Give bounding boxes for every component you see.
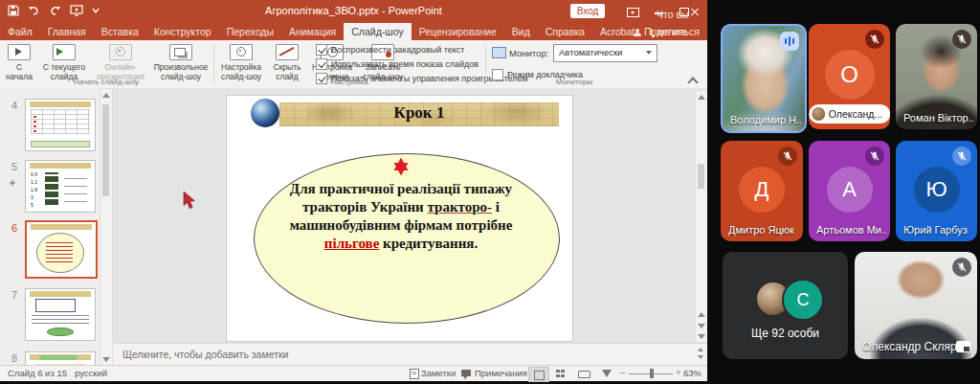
slide-thumbnail-6-selected[interactable] xyxy=(25,220,98,279)
tab-design[interactable]: Конструктор xyxy=(146,23,219,40)
collapse-ribbon-button[interactable] xyxy=(688,77,698,84)
group-label-start-slideshow: Начать слайд-шоу xyxy=(2,78,211,86)
slide-thumbnail-7[interactable] xyxy=(25,288,96,341)
participant-tile[interactable]: Д Дмитро Яцюк xyxy=(721,141,803,241)
mic-off-icon xyxy=(952,258,971,277)
participant-tile[interactable]: О Олександ... xyxy=(809,24,890,129)
remote-mouse-cursor xyxy=(183,192,196,214)
slide-body-text: Для практичної реалізації типажу трактор… xyxy=(273,180,529,253)
slideshow-view-icon xyxy=(602,370,612,377)
slide-thumbnail-5[interactable]: 0.6 1.1 1.8 3 5 xyxy=(25,160,96,213)
video-call-panel: Володимир Н... О Олександ... Роман Вікто… xyxy=(707,0,980,384)
sign-in-button[interactable]: Вход xyxy=(570,4,605,18)
language-indicator[interactable]: русский xyxy=(75,368,107,378)
slide-area-scrollbar[interactable] xyxy=(695,90,708,343)
slide-thumbnail-panel: 4 5 0.6 1.1 1.8 3 5 xyxy=(0,88,113,365)
ribbon: С начала С текущего слайда Онлайн-презен… xyxy=(0,40,707,89)
slide[interactable]: Крок 1 Для практичної реалізації типажу … xyxy=(227,96,572,341)
more-participants-tile[interactable]: С Ще 92 особи xyxy=(723,252,848,359)
red-star-icon xyxy=(391,157,411,176)
powerpoint-window: Агрополітика_ЗВО.pptx - PowerPoint Вход … xyxy=(0,0,707,380)
slide-sorter-view-button[interactable] xyxy=(551,367,570,380)
scroll-down-icon[interactable] xyxy=(698,334,705,339)
thumbnail-number: 5 xyxy=(4,161,17,172)
monitor-icon xyxy=(492,47,506,58)
checkbox-use-timings[interactable]: Использовать время показа слайдов xyxy=(316,58,479,70)
mic-off-icon xyxy=(865,147,884,166)
tab-review[interactable]: Рецензирование xyxy=(412,23,504,40)
share-label: Поделиться xyxy=(644,26,700,37)
participant-name: Юрий Гарбуз xyxy=(903,224,968,236)
mic-off-icon xyxy=(952,30,971,49)
group-label-monitors: Мониторы xyxy=(488,78,660,86)
next-slide-icon[interactable] xyxy=(698,324,705,328)
scroll-up-icon[interactable] xyxy=(698,95,705,100)
ribbon-display-options-button[interactable] xyxy=(620,0,645,23)
participant-tile[interactable]: А Артьомов Ми... xyxy=(809,141,890,241)
scroll-down-icon[interactable] xyxy=(102,357,110,362)
tab-file[interactable]: Файл xyxy=(0,23,40,40)
hide-slide-icon xyxy=(276,44,299,60)
ribbon-tab-bar: Файл Главная Вставка Конструктор Переход… xyxy=(0,23,707,40)
checkbox-play-narrations[interactable]: Воспроизвести закадровый текст xyxy=(316,44,464,56)
online-presentation-icon xyxy=(109,44,132,60)
avatar: О xyxy=(825,50,875,100)
scroll-up-icon[interactable] xyxy=(102,93,110,98)
participant-tile[interactable]: Ю Юрий Гарбуз xyxy=(896,141,977,241)
status-bar: Слайд 6 из 15 русский Заметки Примечания… xyxy=(0,365,707,381)
participant-tile[interactable]: Роман Віктор... xyxy=(896,24,977,129)
mini-table xyxy=(31,109,90,134)
tab-home[interactable]: Главная xyxy=(40,23,94,40)
mic-off-icon xyxy=(778,147,797,166)
reading-view-button[interactable] xyxy=(574,367,593,380)
notes-pane[interactable]: Щелкните, чтобы добавить заметки xyxy=(113,343,707,366)
tab-help[interactable]: Справка xyxy=(538,23,592,40)
more-participants-label: Ще 92 особи xyxy=(723,327,848,340)
slideshow-from-start-icon xyxy=(8,44,31,60)
tab-insert[interactable]: Вставка xyxy=(94,23,146,40)
participant-tile[interactable]: Володимир Н... xyxy=(721,24,807,133)
animation-indicator-icon xyxy=(9,173,16,191)
participant-tile[interactable]: Олександр Скляр xyxy=(855,252,977,359)
participant-name: Артьомов Ми... xyxy=(816,224,886,236)
comments-toggle-button[interactable]: Примечания xyxy=(475,368,527,378)
notes-toggle-button[interactable]: Заметки xyxy=(421,368,456,378)
slideshow-view-button[interactable] xyxy=(597,367,616,380)
slide-thumbnail-4[interactable] xyxy=(25,99,96,151)
thumbnail-number: 7 xyxy=(4,289,17,301)
participant-name: Володимир Н... xyxy=(730,114,801,125)
avatar: Ю xyxy=(914,167,960,213)
custom-slideshow-icon xyxy=(169,44,192,60)
speaking-indicator-icon xyxy=(780,32,799,51)
title-bar: Агрополітика_ЗВО.pptx - PowerPoint Вход xyxy=(0,0,707,23)
previous-slide-icon[interactable] xyxy=(698,312,705,317)
group-label-setup: Настройка xyxy=(216,78,482,86)
mic-off-icon xyxy=(865,30,884,49)
tab-view[interactable]: Вид xyxy=(504,23,538,40)
scrollbar-thumb[interactable] xyxy=(102,104,109,196)
slide-thumbnail-8[interactable] xyxy=(25,351,96,365)
checkbox-icon xyxy=(316,44,327,56)
scrollbar-thumb[interactable] xyxy=(698,164,704,189)
share-button[interactable]: Поделиться xyxy=(634,23,700,40)
thumbnail-scrollbar[interactable] xyxy=(100,88,113,365)
zoom-in-button[interactable]: + xyxy=(676,367,681,377)
slide-counter: Слайд 6 из 15 xyxy=(8,368,67,378)
slideshow-from-current-icon xyxy=(53,44,76,60)
tab-animations[interactable]: Анимация xyxy=(281,23,344,40)
normal-view-button[interactable] xyxy=(528,367,549,382)
zoom-out-button[interactable]: – xyxy=(620,367,625,377)
notes-scroll-up-icon[interactable] xyxy=(698,348,703,351)
picture-in-picture-icon[interactable] xyxy=(956,341,970,352)
monitor-dropdown[interactable]: Автоматически xyxy=(553,44,657,62)
zoom-level[interactable]: 63% xyxy=(683,368,702,378)
screen: Агрополітика_ЗВО.pptx - PowerPoint Вход … xyxy=(0,0,980,384)
zoom-slider-thumb[interactable] xyxy=(650,369,654,378)
avatar xyxy=(812,107,825,121)
mini-images xyxy=(45,172,58,205)
reading-view-icon xyxy=(578,371,590,378)
notes-placeholder: Щелкните, чтобы добавить заметки xyxy=(122,349,288,360)
tab-transitions[interactable]: Переходы xyxy=(219,23,281,40)
tab-slideshow[interactable]: Слайд-шоу xyxy=(344,23,411,40)
notes-scroll-down-icon[interactable] xyxy=(698,355,703,359)
